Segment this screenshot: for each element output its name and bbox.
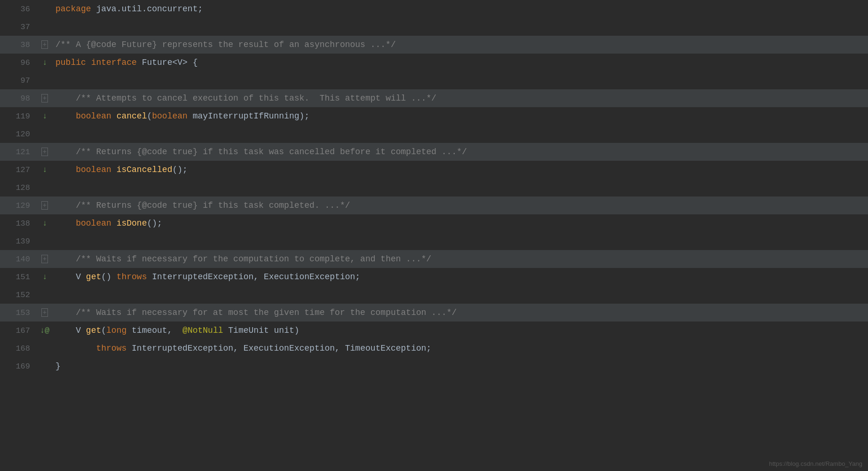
gutter-icon[interactable]: + xyxy=(38,148,52,156)
code-line: 139 xyxy=(0,232,868,250)
code-line: 140+ /** Waits if necessary for the comp… xyxy=(0,250,868,268)
code-line: 121+ /** Returns {@code true} if this ta… xyxy=(0,143,868,161)
code-line: 38+/** A {@code Future} represents the r… xyxy=(0,36,868,54)
gutter-icon[interactable]: + xyxy=(38,308,52,317)
code-content: /** Returns {@code true} if this task co… xyxy=(52,199,868,212)
code-content: /** Waits if necessary for the computati… xyxy=(52,253,868,265)
gutter-icon[interactable]: + xyxy=(38,201,52,210)
code-line: 138↓ boolean isDone(); xyxy=(0,214,868,232)
code-line: 96↓public interface Future<V> { xyxy=(0,54,868,71)
line-number: 38 xyxy=(0,40,38,49)
code-content: V get() throws InterruptedException, Exe… xyxy=(52,271,868,283)
line-number: 128 xyxy=(0,183,38,192)
gutter-icon[interactable]: ↓ xyxy=(38,58,52,67)
code-line: 36package java.util.concurrent; xyxy=(0,0,868,18)
gutter-icon[interactable]: + xyxy=(38,94,52,102)
code-content: /** Returns {@code true} if this task wa… xyxy=(52,146,868,158)
code-line: 152 xyxy=(0,286,868,304)
gutter-icon[interactable]: + xyxy=(38,255,52,263)
code-content: /** Attempts to cancel execution of this… xyxy=(52,92,868,104)
code-line: 167↓@ V get(long timeout, @NotNull TimeU… xyxy=(0,322,868,339)
watermark: https://blog.csdn.net/Rambo_Yang xyxy=(769,460,863,467)
code-line: 127↓ boolean isCancelled(); xyxy=(0,161,868,179)
line-number: 119 xyxy=(0,112,38,121)
code-line: 169} xyxy=(0,357,868,375)
line-number: 153 xyxy=(0,308,38,317)
code-content xyxy=(52,21,868,33)
line-number: 120 xyxy=(0,130,38,139)
code-line: 151↓ V get() throws InterruptedException… xyxy=(0,268,868,286)
line-number: 152 xyxy=(0,290,38,299)
code-editor: 36package java.util.concurrent;37 38+/**… xyxy=(0,0,868,471)
code-line: 168 throws InterruptedException, Executi… xyxy=(0,339,868,357)
line-number: 168 xyxy=(0,344,38,353)
code-line: 120 xyxy=(0,125,868,143)
gutter-icon[interactable]: ↓ xyxy=(38,112,52,121)
line-number: 151 xyxy=(0,273,38,282)
line-number: 129 xyxy=(0,201,38,210)
code-line: 98+ /** Attempts to cancel execution of … xyxy=(0,89,868,107)
code-lines: 36package java.util.concurrent;37 38+/**… xyxy=(0,0,868,375)
line-number: 139 xyxy=(0,237,38,246)
code-content: boolean isCancelled(); xyxy=(52,164,868,176)
gutter-icon[interactable]: ↓@ xyxy=(38,326,52,335)
code-content xyxy=(52,128,868,140)
code-content: V get(long timeout, @NotNull TimeUnit un… xyxy=(52,324,868,337)
line-number: 97 xyxy=(0,76,38,85)
line-number: 37 xyxy=(0,23,38,31)
code-content: package java.util.concurrent; xyxy=(52,3,868,15)
line-number: 169 xyxy=(0,362,38,371)
code-line: 128 xyxy=(0,179,868,196)
code-line: 129+ /** Returns {@code true} if this ta… xyxy=(0,196,868,214)
code-content: boolean isDone(); xyxy=(52,217,868,229)
code-content: /** Waits if necessary for at most the g… xyxy=(52,306,868,319)
code-content: /** A {@code Future} represents the resu… xyxy=(52,39,868,51)
line-number: 96 xyxy=(0,58,38,67)
code-line: 37 xyxy=(0,18,868,36)
line-number: 140 xyxy=(0,255,38,264)
line-number: 138 xyxy=(0,219,38,228)
gutter-icon[interactable]: + xyxy=(38,40,52,49)
code-content: } xyxy=(52,360,868,372)
gutter-icon[interactable]: ↓ xyxy=(38,165,52,174)
code-content xyxy=(52,289,868,301)
line-number: 127 xyxy=(0,165,38,174)
code-content xyxy=(52,74,868,86)
gutter-icon[interactable]: ↓ xyxy=(38,273,52,282)
line-number: 121 xyxy=(0,148,38,157)
code-content: boolean cancel(boolean mayInterruptIfRun… xyxy=(52,110,868,122)
code-content: public interface Future<V> { xyxy=(52,56,868,69)
code-line: 119↓ boolean cancel(boolean mayInterrupt… xyxy=(0,107,868,125)
code-content: throws InterruptedException, ExecutionEx… xyxy=(52,342,868,354)
line-number: 36 xyxy=(0,5,38,14)
code-line: 153+ /** Waits if necessary for at most … xyxy=(0,304,868,322)
gutter-icon[interactable]: ↓ xyxy=(38,219,52,228)
line-number: 98 xyxy=(0,94,38,103)
code-content xyxy=(52,181,868,194)
line-number: 167 xyxy=(0,326,38,335)
code-content xyxy=(52,235,868,247)
code-line: 97 xyxy=(0,71,868,89)
